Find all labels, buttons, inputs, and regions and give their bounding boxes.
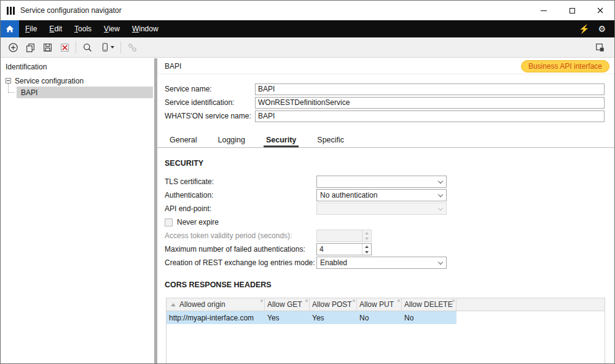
tls-certificate-label: TLS certificate: (165, 177, 316, 186)
menu-edit[interactable]: Edit (43, 20, 68, 37)
security-heading: SECURITY (165, 159, 605, 168)
minimize-button[interactable] (530, 1, 558, 20)
authentication-select[interactable]: No authentication (316, 189, 447, 201)
tab-specific[interactable]: Specific (315, 133, 347, 147)
menu-tools[interactable]: Tools (68, 20, 98, 37)
chevron-down-icon (435, 203, 446, 214)
never-expire-checkbox[interactable] (165, 219, 173, 227)
service-name-label: Service name: (165, 85, 255, 93)
identification-tree: Service configuration BAPI (1, 75, 154, 98)
token-validity-spinner (316, 230, 372, 242)
save-icon (42, 42, 53, 53)
device-dropdown-button[interactable] (97, 40, 117, 55)
max-failed-auth-label: Maximum number of failed authentications… (165, 245, 316, 254)
service-identification-label: Service identification: (165, 98, 255, 107)
gear-icon[interactable]: ⚙ (598, 25, 606, 33)
tree-node-service-configuration[interactable]: Service configuration (1, 75, 154, 87)
tab-general[interactable]: General (167, 133, 199, 147)
body: Identification Service configuration BAP… (1, 58, 614, 363)
spinner-buttons (362, 244, 371, 255)
home-icon (5, 24, 15, 34)
authentication-label: Authentication: (165, 191, 316, 199)
search-icon (82, 42, 93, 53)
column-header-allowed-origin[interactable]: Allowed origin (166, 298, 265, 311)
add-icon (8, 42, 18, 53)
tree-child-wrap: BAPI (8, 87, 154, 98)
tab-bar: General Logging Security Specific (157, 133, 614, 148)
tls-certificate-select[interactable] (316, 176, 447, 188)
delete-icon (60, 42, 70, 53)
menu-file[interactable]: File (19, 20, 43, 37)
token-validity-input (317, 230, 362, 241)
home-button[interactable] (1, 20, 19, 37)
menu-view[interactable]: View (98, 20, 126, 37)
service-name-input[interactable] (255, 83, 605, 95)
whatson-service-name-label: WHATS'ON service name: (165, 112, 255, 120)
menubar-right: ⚡ ⚙ (579, 20, 614, 37)
tab-security[interactable]: Security (264, 133, 299, 147)
app-window: Service configuration navigator File Edi… (0, 0, 615, 364)
whatson-service-name-input[interactable] (255, 110, 605, 122)
search-button[interactable] (80, 40, 95, 55)
window-controls (530, 1, 614, 20)
spin-down-icon[interactable] (362, 249, 371, 255)
api-endpoint-select (316, 203, 447, 215)
column-header-allow-delete[interactable]: Allow DELETE (402, 298, 456, 311)
tree-node-label: Service configuration (15, 77, 84, 85)
never-expire-label: Never expire (177, 218, 219, 227)
max-failed-auth-spinner[interactable] (316, 243, 372, 255)
add-button[interactable] (6, 40, 20, 55)
maximize-button[interactable] (558, 1, 586, 20)
toolbar-separator (76, 41, 76, 53)
toolbar-separator (120, 41, 121, 53)
spinner-buttons (362, 230, 371, 241)
cell-allow-get: Yes (265, 311, 310, 324)
rest-log-mode-label: Creation of REST exchange log entries mo… (165, 258, 316, 267)
cell-allow-put: No (357, 311, 402, 324)
toolbar (1, 37, 614, 58)
cors-table-header: Allowed origin Allow GET Allow POST Allo… (166, 298, 605, 311)
menu-window[interactable]: Window (126, 20, 165, 37)
identification-fields: Service name: Service identification: WH… (157, 74, 614, 123)
device-icon (100, 42, 110, 52)
app-logo-icon (7, 7, 15, 15)
tree-node-bapi[interactable]: BAPI (17, 87, 153, 98)
api-endpoint-label: API end-point: (165, 204, 316, 213)
save-button[interactable] (40, 40, 55, 55)
column-header-allow-put[interactable]: Allow PUT (357, 298, 402, 311)
cell-allowed-origin: http://myapi-interface.com (166, 311, 265, 324)
collapse-icon[interactable] (6, 78, 11, 83)
chevron-down-icon (435, 190, 446, 201)
spin-up-icon[interactable] (362, 244, 371, 249)
max-failed-auth-input[interactable] (317, 244, 362, 255)
chevron-down-icon (111, 46, 114, 48)
close-button[interactable] (586, 1, 614, 20)
column-header-allow-post[interactable]: Allow POST (310, 298, 357, 311)
menubar: File Edit Tools View Window ⚡ ⚙ (1, 20, 614, 37)
table-row[interactable]: http://myapi-interface.com Yes Yes No No (166, 311, 605, 324)
maximize-icon (570, 8, 575, 14)
new-window-icon (595, 42, 605, 53)
token-validity-label: Access token validity period (seconds): (165, 231, 316, 240)
tab-logging[interactable]: Logging (215, 133, 248, 147)
column-header-filler (456, 298, 605, 311)
main-panel: BAPI Business API interface Service name… (157, 58, 614, 363)
new-window-button[interactable] (592, 40, 607, 55)
copy-button[interactable] (23, 40, 37, 55)
rest-log-mode-value: Enabled (317, 258, 435, 267)
unlink-button[interactable] (125, 40, 139, 55)
cors-table: Allowed origin Allow GET Allow POST Allo… (166, 298, 605, 363)
service-identification-input[interactable] (255, 97, 605, 109)
sidebar: Identification Service configuration BAP… (1, 58, 154, 363)
security-tab-content: SECURITY TLS certificate: Authentication… (157, 159, 614, 363)
rest-log-mode-select[interactable]: Enabled (316, 257, 447, 269)
spin-up-icon (362, 230, 371, 236)
cell-allow-delete: No (402, 311, 456, 324)
column-header-allow-get[interactable]: Allow GET (265, 298, 310, 311)
lightning-icon[interactable]: ⚡ (579, 25, 589, 33)
delete-button[interactable] (57, 40, 72, 55)
spin-down-icon (362, 236, 371, 241)
sidebar-header: Identification (1, 58, 154, 75)
window-title: Service configuration navigator (20, 6, 122, 15)
minimize-icon (541, 10, 547, 11)
